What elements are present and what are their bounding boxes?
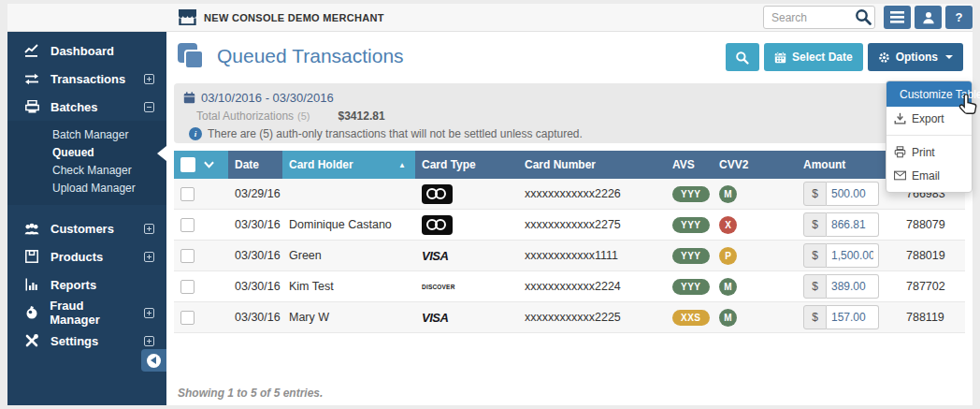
sidebar-item-reports[interactable]: Reports bbox=[7, 270, 166, 299]
search-icon bbox=[735, 51, 749, 65]
amount-input[interactable] bbox=[827, 212, 879, 237]
row-checkbox[interactable] bbox=[180, 280, 195, 294]
amount-input-group: $ bbox=[803, 274, 879, 299]
visa-logo: VISA bbox=[422, 249, 448, 263]
batches-printer-icon bbox=[24, 100, 39, 113]
auth-only-notice: There are (5) auth-only transactions tha… bbox=[208, 127, 583, 140]
sidebar: Dashboard Transactions Batches bbox=[7, 32, 166, 405]
cell-card-holder bbox=[282, 179, 415, 209]
sidebar-subitem-queued[interactable]: Queued bbox=[7, 144, 166, 162]
sidebar-item-label: Products bbox=[50, 250, 103, 264]
collapse-minus-icon[interactable] bbox=[144, 102, 154, 112]
cell-auth: 787702 bbox=[900, 271, 965, 301]
column-header-cvv2[interactable]: CVV2 bbox=[713, 151, 797, 179]
sidebar-subitem-batch-manager[interactable]: Batch Manager bbox=[7, 126, 166, 144]
expand-plus-icon[interactable] bbox=[144, 224, 154, 234]
sort-ascending-icon: ▲ bbox=[398, 161, 406, 169]
cell-date: 03/30/16 bbox=[228, 302, 282, 332]
calendar-icon bbox=[774, 51, 786, 64]
dollar-sign-addon: $ bbox=[803, 182, 827, 206]
calendar-icon bbox=[183, 92, 195, 104]
row-checkbox[interactable] bbox=[180, 311, 195, 325]
select-all-checkbox[interactable] bbox=[180, 157, 195, 172]
app-window: NEW CONSOLE DEMO MERCHANT ? bbox=[0, 0, 980, 409]
amount-input[interactable] bbox=[827, 274, 879, 299]
expand-plus-icon[interactable] bbox=[144, 74, 154, 84]
table-row: 03/30/16 Kim Test DISCOVER xxxxxxxxxxxx2… bbox=[174, 271, 965, 302]
queued-stack-icon bbox=[178, 43, 206, 71]
help-button[interactable]: ? bbox=[945, 6, 973, 29]
page-toolbar: Select Date Options bbox=[726, 43, 963, 71]
column-header-date[interactable]: Date bbox=[228, 151, 282, 179]
page-title: Queued Transactions bbox=[217, 45, 404, 67]
cell-date: 03/30/16 bbox=[228, 271, 282, 301]
dollar-sign-addon: $ bbox=[803, 274, 827, 299]
global-search bbox=[763, 6, 875, 29]
avs-badge: YYY bbox=[672, 279, 710, 295]
column-header-card-number[interactable]: Card Number bbox=[518, 151, 666, 179]
cell-card-holder: Mary W bbox=[282, 302, 415, 332]
sidebar-item-products[interactable]: Products bbox=[7, 242, 166, 270]
expand-plus-icon[interactable] bbox=[144, 336, 154, 346]
table-row: 03/30/16 Dominique Castano xxxxxxxxxxxx2… bbox=[174, 210, 965, 241]
amount-input[interactable] bbox=[827, 305, 879, 329]
sidebar-item-customers[interactable]: Customers bbox=[7, 214, 166, 242]
sidebar-item-dashboard[interactable]: Dashboard bbox=[7, 37, 166, 65]
select-all-header bbox=[174, 151, 228, 179]
sidebar-collapse-button[interactable] bbox=[141, 349, 166, 372]
options-button[interactable]: Options bbox=[868, 43, 963, 71]
table-row: 03/29/16 xxxxxxxxxxxx2226 YYY M $ 766983 bbox=[174, 179, 965, 210]
user-button[interactable] bbox=[915, 6, 942, 29]
menu-divider bbox=[886, 135, 972, 136]
menu-item-email[interactable]: Email bbox=[886, 164, 972, 187]
menu-item-print[interactable]: Print bbox=[886, 140, 972, 164]
column-header-card-type[interactable]: Card Type bbox=[415, 151, 518, 179]
row-checkbox[interactable] bbox=[180, 187, 195, 201]
row-checkbox[interactable] bbox=[180, 218, 195, 232]
amount-input[interactable] bbox=[827, 182, 879, 206]
table-search-button[interactable] bbox=[726, 43, 759, 71]
amount-input-group: $ bbox=[803, 243, 879, 268]
info-icon: i bbox=[189, 127, 202, 140]
entries-summary: Showing 1 to 5 of 5 entries. bbox=[178, 387, 323, 400]
search-icon[interactable] bbox=[854, 7, 872, 26]
printer-icon bbox=[894, 146, 906, 158]
sidebar-item-transactions[interactable]: Transactions bbox=[7, 65, 166, 93]
fraud-manager-icon bbox=[24, 306, 38, 319]
dashboard-chart-icon bbox=[24, 44, 39, 57]
gear-icon bbox=[878, 51, 890, 64]
cell-card-holder: Kim Test bbox=[282, 271, 415, 301]
select-date-button[interactable]: Select Date bbox=[764, 43, 863, 71]
avs-badge: YYY bbox=[672, 217, 710, 233]
chevron-left-circle-icon bbox=[147, 354, 161, 368]
expand-plus-icon[interactable] bbox=[144, 252, 154, 262]
cell-card-holder: Green bbox=[282, 241, 415, 270]
row-checkbox[interactable] bbox=[180, 249, 195, 263]
cell-card-number: xxxxxxxxxxxx2225 bbox=[518, 302, 666, 332]
expand-plus-icon[interactable] bbox=[144, 308, 154, 318]
sidebar-subitem-upload-manager[interactable]: Upload Manager bbox=[7, 180, 166, 197]
column-header-amount[interactable]: Amount bbox=[797, 151, 900, 179]
avs-badge: YYY bbox=[672, 186, 710, 202]
table-row: 03/30/16 Mary W VISA xxxxxxxxxxxx2225 XX… bbox=[174, 302, 965, 333]
sidebar-item-label: Transactions bbox=[50, 72, 125, 86]
column-header-avs[interactable]: AVS bbox=[666, 151, 713, 179]
exchange-arrows-icon bbox=[24, 73, 39, 85]
sidebar-item-label: Settings bbox=[50, 334, 98, 348]
total-authorizations-label: Total Authorizations bbox=[196, 110, 294, 123]
chevron-down-icon[interactable] bbox=[204, 161, 214, 168]
storefront-icon bbox=[178, 9, 197, 25]
column-header-card-holder[interactable]: Card Holder ▲ bbox=[282, 151, 415, 179]
sidebar-item-label: Fraud Manager bbox=[50, 299, 133, 327]
total-authorizations-count: (5) bbox=[297, 110, 310, 122]
sidebar-subitem-check-manager[interactable]: Check Manager bbox=[7, 162, 166, 180]
sidebar-item-batches[interactable]: Batches bbox=[7, 93, 166, 121]
download-icon bbox=[894, 112, 906, 124]
sidebar-item-fraud-manager[interactable]: Fraud Manager bbox=[7, 299, 166, 327]
cvv2-badge: P bbox=[719, 247, 737, 265]
visa-logo: VISA bbox=[422, 311, 448, 325]
cell-card-holder: Dominique Castano bbox=[282, 210, 415, 240]
date-range[interactable]: 03/10/2016 - 03/30/2016 bbox=[201, 91, 334, 105]
amount-input[interactable] bbox=[827, 243, 879, 268]
menu-button[interactable] bbox=[884, 6, 911, 29]
